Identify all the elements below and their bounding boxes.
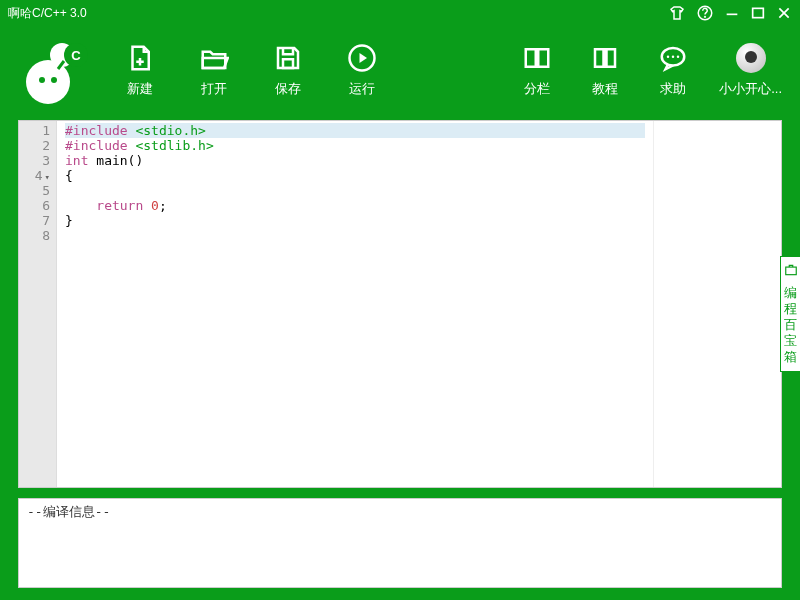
svg-point-9 bbox=[51, 77, 57, 83]
tshirt-icon[interactable] bbox=[668, 4, 686, 22]
code-lines[interactable]: #include <stdio.h>#include <stdlib.h>int… bbox=[57, 121, 653, 487]
code-line[interactable] bbox=[65, 183, 645, 198]
line-number: 4 bbox=[19, 168, 50, 183]
help-label: 求助 bbox=[660, 80, 686, 98]
code-line[interactable]: return 0; bbox=[65, 198, 645, 213]
toolbox-icon bbox=[783, 263, 798, 281]
minimize-icon[interactable] bbox=[724, 5, 740, 21]
side-tab-label: 编程百宝箱 bbox=[784, 285, 797, 364]
user-button[interactable]: 小小开心... bbox=[719, 42, 782, 98]
line-number: 2 bbox=[19, 138, 50, 153]
code-area[interactable]: 12345678 #include <stdio.h>#include <std… bbox=[19, 121, 653, 487]
code-line[interactable]: #include <stdlib.h> bbox=[65, 138, 645, 153]
window-controls bbox=[668, 4, 792, 22]
app-logo: C bbox=[18, 35, 98, 105]
avatar-icon bbox=[735, 42, 767, 74]
svg-rect-17 bbox=[538, 49, 548, 67]
save-label: 保存 bbox=[275, 80, 301, 98]
output-panel[interactable]: --编译信息-- bbox=[18, 498, 782, 588]
new-button[interactable]: 新建 bbox=[118, 42, 162, 98]
svg-rect-3 bbox=[753, 8, 764, 17]
line-number: 3 bbox=[19, 153, 50, 168]
line-number: 8 bbox=[19, 228, 50, 243]
editor: 12345678 #include <stdio.h>#include <std… bbox=[18, 120, 782, 488]
help-button[interactable]: 求助 bbox=[651, 42, 695, 98]
toolbar-right: 分栏 教程 求助 小小开心... bbox=[515, 42, 782, 98]
side-toolbox-tab[interactable]: 编程百宝箱 bbox=[780, 256, 800, 372]
window-title: 啊哈C/C++ 3.0 bbox=[8, 5, 668, 22]
maximize-icon[interactable] bbox=[750, 5, 766, 21]
new-label: 新建 bbox=[127, 80, 153, 98]
svg-point-23 bbox=[677, 56, 680, 59]
run-button[interactable]: 运行 bbox=[340, 42, 384, 98]
svg-point-22 bbox=[672, 56, 675, 59]
code-line[interactable]: } bbox=[65, 213, 645, 228]
code-line[interactable]: { bbox=[65, 168, 645, 183]
toolbar: C 新建 打开 保存 运行 分栏 教程 bbox=[0, 26, 800, 116]
new-file-icon bbox=[124, 42, 156, 74]
svg-point-8 bbox=[39, 77, 45, 83]
line-number: 7 bbox=[19, 213, 50, 228]
minimap[interactable] bbox=[653, 121, 781, 487]
split-icon bbox=[521, 42, 553, 74]
open-label: 打开 bbox=[201, 80, 227, 98]
save-button[interactable]: 保存 bbox=[266, 42, 310, 98]
svg-rect-14 bbox=[283, 59, 293, 68]
tutorial-button[interactable]: 教程 bbox=[583, 42, 627, 98]
open-folder-icon bbox=[198, 42, 230, 74]
code-line[interactable]: #include <stdio.h> bbox=[65, 123, 645, 138]
svg-rect-16 bbox=[526, 49, 536, 67]
line-number: 1 bbox=[19, 123, 50, 138]
svg-rect-24 bbox=[785, 267, 796, 275]
user-label: 小小开心... bbox=[719, 80, 782, 98]
titlebar: 啊哈C/C++ 3.0 bbox=[0, 0, 800, 26]
toolbar-left: 新建 打开 保存 运行 bbox=[118, 42, 384, 98]
chat-icon bbox=[657, 42, 689, 74]
line-gutter: 12345678 bbox=[19, 121, 57, 487]
line-number: 5 bbox=[19, 183, 50, 198]
split-label: 分栏 bbox=[524, 80, 550, 98]
help-icon[interactable] bbox=[696, 4, 714, 22]
line-number: 6 bbox=[19, 198, 50, 213]
tutorial-label: 教程 bbox=[592, 80, 618, 98]
run-icon bbox=[346, 42, 378, 74]
run-label: 运行 bbox=[349, 80, 375, 98]
save-icon bbox=[272, 42, 304, 74]
output-text: --编译信息-- bbox=[27, 504, 110, 519]
close-icon[interactable] bbox=[776, 5, 792, 21]
svg-point-21 bbox=[667, 56, 670, 59]
open-button[interactable]: 打开 bbox=[192, 42, 236, 98]
svg-text:C: C bbox=[71, 48, 81, 63]
svg-point-1 bbox=[705, 16, 706, 17]
split-button[interactable]: 分栏 bbox=[515, 42, 559, 98]
code-line[interactable]: int main() bbox=[65, 153, 645, 168]
code-line[interactable] bbox=[65, 228, 645, 243]
book-icon bbox=[589, 42, 621, 74]
